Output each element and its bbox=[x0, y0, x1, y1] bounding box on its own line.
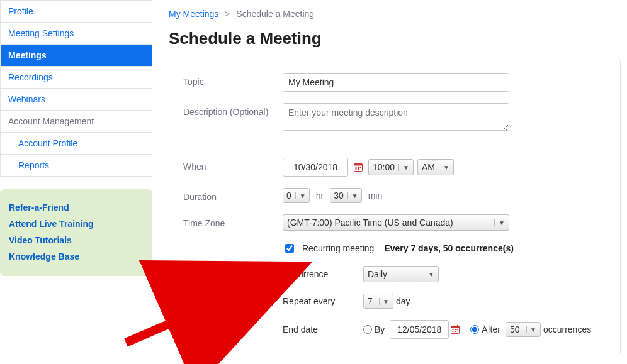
label-min: min bbox=[368, 190, 383, 201]
end-after-select[interactable]: 50 ▼ bbox=[506, 322, 541, 337]
chevron-down-icon: ▼ bbox=[347, 192, 358, 199]
chevron-down-icon: ▼ bbox=[424, 271, 434, 278]
recurring-label: Recurring meeting bbox=[302, 243, 374, 253]
label-repeat-unit: day bbox=[396, 296, 410, 306]
svg-rect-12 bbox=[457, 325, 458, 327]
svg-rect-17 bbox=[455, 331, 456, 332]
label-end-date: End date bbox=[283, 324, 363, 334]
when-hour-value: 10:00 bbox=[373, 162, 395, 172]
chevron-down-icon: ▼ bbox=[379, 298, 389, 305]
topic-input[interactable] bbox=[283, 73, 509, 92]
breadcrumb-separator: > bbox=[225, 9, 230, 19]
when-ampm-select[interactable]: AM ▼ bbox=[417, 159, 454, 175]
promo-box: Refer-a-Friend Attend Live Training Vide… bbox=[0, 189, 152, 276]
svg-rect-1 bbox=[354, 164, 363, 166]
calendar-icon[interactable] bbox=[449, 323, 461, 336]
recurring-checkbox[interactable] bbox=[285, 244, 294, 253]
end-after-radio[interactable] bbox=[470, 325, 479, 334]
sidebar-item-meeting-settings[interactable]: Meeting Settings bbox=[1, 22, 152, 44]
svg-rect-16 bbox=[453, 331, 454, 332]
label-repeat-every: Repeat every bbox=[283, 296, 363, 306]
end-by-label: By bbox=[375, 324, 385, 334]
sidebar-item-reports[interactable]: Reports bbox=[1, 154, 152, 176]
duration-hours-value: 0 bbox=[286, 190, 291, 201]
svg-rect-4 bbox=[356, 167, 357, 168]
chevron-down-icon: ▼ bbox=[295, 192, 306, 199]
recurrence-value: Daily bbox=[368, 269, 387, 279]
svg-rect-14 bbox=[455, 329, 456, 330]
label-when: When bbox=[183, 158, 283, 172]
svg-rect-13 bbox=[453, 329, 454, 330]
timezone-value: (GMT-7:00) Pacific Time (US and Canada) bbox=[287, 218, 453, 228]
sidebar-item-webinars[interactable]: Webinars bbox=[1, 88, 152, 110]
end-after-label: After bbox=[482, 324, 500, 334]
description-textarea[interactable] bbox=[283, 103, 509, 131]
breadcrumb-my-meetings[interactable]: My Meetings bbox=[169, 9, 218, 19]
sidebar-item-meetings[interactable]: Meetings bbox=[1, 44, 152, 66]
when-ampm-value: AM bbox=[422, 162, 435, 172]
duration-minutes-select[interactable]: 30 ▼ bbox=[330, 188, 361, 203]
svg-rect-5 bbox=[358, 167, 359, 168]
duration-hours-select[interactable]: 0 ▼ bbox=[283, 188, 310, 203]
svg-rect-10 bbox=[451, 326, 460, 328]
end-by-radio[interactable] bbox=[363, 325, 372, 334]
label-recurrence: Recurrence bbox=[283, 269, 363, 279]
promo-attend-live-training[interactable]: Attend Live Training bbox=[9, 216, 144, 232]
timezone-select[interactable]: (GMT-7:00) Pacific Time (US and Canada) … bbox=[283, 214, 509, 231]
when-date-input[interactable] bbox=[283, 158, 348, 177]
label-duration: Duration bbox=[183, 188, 283, 202]
breadcrumb-current: Schedule a Meeting bbox=[236, 9, 314, 19]
duration-minutes-value: 30 bbox=[334, 190, 344, 201]
chevron-down-icon: ▼ bbox=[526, 326, 536, 333]
chevron-down-icon: ▼ bbox=[398, 164, 409, 171]
calendar-icon[interactable] bbox=[352, 161, 364, 174]
label-hr: hr bbox=[316, 190, 324, 201]
repeat-every-value: 7 bbox=[368, 296, 373, 306]
sidebar-item-account-profile[interactable]: Account Profile bbox=[1, 132, 152, 154]
promo-video-tutorials[interactable]: Video Tutorials bbox=[9, 232, 144, 248]
svg-rect-7 bbox=[356, 168, 357, 170]
sidebar-item-recordings[interactable]: Recordings bbox=[1, 66, 152, 88]
svg-rect-8 bbox=[358, 168, 359, 170]
label-timezone: Time Zone bbox=[183, 214, 283, 228]
svg-rect-6 bbox=[360, 167, 361, 168]
when-hour-select[interactable]: 10:00 ▼ bbox=[368, 159, 414, 175]
end-by-date-input[interactable] bbox=[390, 320, 449, 339]
svg-rect-15 bbox=[457, 329, 458, 330]
chevron-down-icon: ▼ bbox=[494, 219, 505, 226]
label-occurrences: occurrences bbox=[543, 324, 591, 334]
schedule-panel: Topic Description (Optional) When bbox=[169, 60, 621, 353]
label-description: Description (Optional) bbox=[183, 103, 283, 117]
sidebar-item-profile[interactable]: Profile bbox=[1, 0, 152, 22]
promo-refer-a-friend[interactable]: Refer-a-Friend bbox=[9, 199, 144, 216]
recurrence-select[interactable]: Daily ▼ bbox=[363, 266, 439, 282]
sidebar-nav: Profile Meeting Settings Meetings Record… bbox=[0, 0, 152, 177]
breadcrumb: My Meetings > Schedule a Meeting bbox=[169, 0, 627, 24]
chevron-down-icon: ▼ bbox=[439, 164, 449, 171]
svg-rect-3 bbox=[360, 163, 361, 165]
promo-knowledge-base[interactable]: Knowledge Base bbox=[9, 248, 144, 265]
label-topic: Topic bbox=[183, 73, 283, 87]
page-title: Schedule a Meeting bbox=[169, 29, 627, 48]
repeat-every-select[interactable]: 7 ▼ bbox=[363, 294, 393, 309]
svg-rect-11 bbox=[453, 325, 453, 327]
sidebar-section-account: Account Management bbox=[1, 110, 152, 132]
end-after-value: 50 bbox=[510, 324, 520, 334]
recurring-summary: Every 7 days, 50 occurrence(s) bbox=[384, 243, 513, 253]
svg-rect-2 bbox=[356, 163, 356, 165]
